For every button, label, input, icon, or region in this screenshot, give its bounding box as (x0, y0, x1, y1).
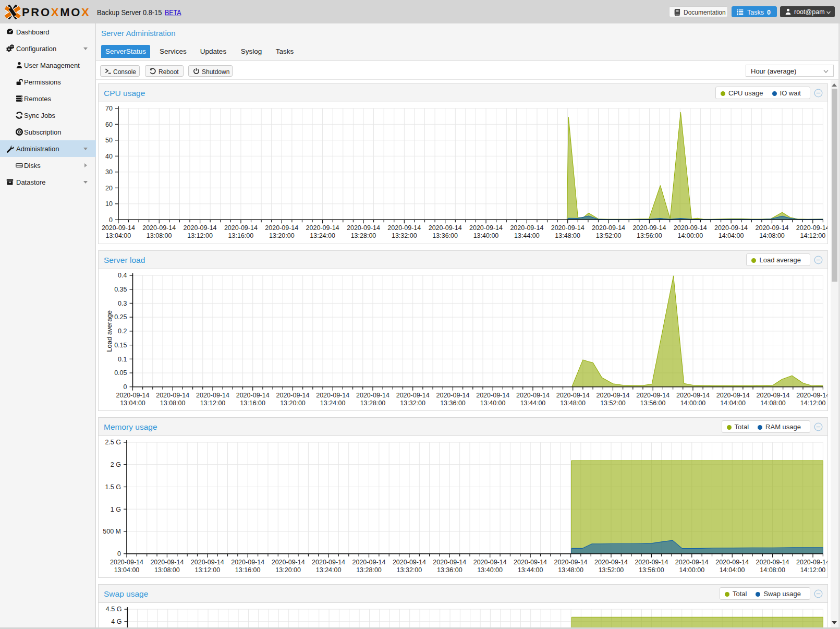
svg-text:4 G: 4 G (111, 618, 121, 625)
svg-text:13:08:00: 13:08:00 (154, 566, 180, 574)
svg-text:2020-09-14: 2020-09-14 (635, 559, 668, 566)
svg-text:Load average: Load average (106, 310, 114, 352)
svg-text:2020-09-14: 2020-09-14 (715, 559, 749, 566)
svg-text:2020-09-14: 2020-09-14 (396, 392, 430, 399)
svg-text:13:28:00: 13:28:00 (351, 232, 376, 239)
svg-text:13:24:00: 13:24:00 (310, 232, 335, 239)
svg-text:2020-09-14: 2020-09-14 (150, 559, 184, 566)
svg-text:14:04:00: 14:04:00 (720, 400, 746, 407)
svg-text:2020-09-14: 2020-09-14 (436, 392, 470, 399)
svg-text:2 G: 2 G (111, 461, 121, 468)
svg-text:2020-09-14: 2020-09-14 (191, 559, 224, 566)
svg-text:2020-09-14: 2020-09-14 (676, 392, 710, 399)
svg-text:50: 50 (105, 137, 113, 144)
svg-text:2020-09-14: 2020-09-14 (356, 392, 389, 399)
svg-text:14:12:00: 14:12:00 (800, 400, 826, 407)
svg-text:2020-09-14: 2020-09-14 (156, 392, 189, 399)
svg-text:0: 0 (117, 550, 121, 558)
svg-text:60: 60 (105, 121, 113, 128)
svg-text:13:24:00: 13:24:00 (316, 566, 342, 574)
svg-text:14:08:00: 14:08:00 (759, 232, 785, 239)
svg-text:13:20:00: 13:20:00 (275, 566, 301, 574)
svg-text:2020-09-14: 2020-09-14 (469, 224, 503, 232)
svg-text:13:28:00: 13:28:00 (360, 400, 386, 407)
svg-text:13:48:00: 13:48:00 (560, 400, 586, 407)
svg-text:0: 0 (124, 383, 127, 391)
svg-text:13:44:00: 13:44:00 (520, 400, 546, 407)
svg-text:70: 70 (105, 105, 113, 112)
svg-text:2020-09-14: 2020-09-14 (514, 559, 547, 566)
svg-text:2020-09-14: 2020-09-14 (142, 224, 176, 232)
svg-text:1 G: 1 G (111, 506, 121, 513)
svg-text:1.5 G: 1.5 G (105, 483, 121, 491)
svg-text:2020-09-14: 2020-09-14 (796, 559, 827, 566)
svg-text:0.25: 0.25 (114, 313, 127, 321)
svg-text:2020-09-14: 2020-09-14 (236, 392, 270, 399)
svg-text:2020-09-14: 2020-09-14 (796, 224, 827, 232)
svg-text:2020-09-14: 2020-09-14 (306, 224, 339, 232)
svg-text:14:08:00: 14:08:00 (760, 400, 786, 407)
svg-text:2020-09-14: 2020-09-14 (231, 559, 264, 566)
svg-text:13:52:00: 13:52:00 (599, 566, 624, 574)
svg-text:13:12:00: 13:12:00 (200, 400, 226, 407)
svg-text:2020-09-14: 2020-09-14 (347, 224, 380, 232)
svg-text:14:12:00: 14:12:00 (800, 566, 826, 574)
svg-text:2020-09-14: 2020-09-14 (632, 224, 666, 232)
svg-text:13:48:00: 13:48:00 (555, 232, 580, 239)
svg-text:13:56:00: 13:56:00 (639, 566, 664, 574)
svg-text:13:36:00: 13:36:00 (440, 400, 466, 407)
svg-text:2020-09-14: 2020-09-14 (516, 392, 550, 399)
svg-text:13:32:00: 13:32:00 (397, 566, 422, 574)
svg-text:500 M: 500 M (103, 528, 121, 535)
svg-text:13:56:00: 13:56:00 (640, 400, 666, 407)
svg-text:13:08:00: 13:08:00 (147, 232, 172, 239)
svg-text:0.15: 0.15 (114, 342, 127, 349)
svg-text:2020-09-14: 2020-09-14 (596, 392, 630, 399)
svg-text:13:20:00: 13:20:00 (269, 232, 295, 239)
svg-text:2020-09-14: 2020-09-14 (265, 224, 298, 232)
svg-text:13:12:00: 13:12:00 (194, 566, 220, 574)
svg-text:2020-09-14: 2020-09-14 (551, 224, 585, 232)
svg-text:13:56:00: 13:56:00 (637, 232, 662, 239)
svg-text:2020-09-14: 2020-09-14 (316, 392, 349, 399)
svg-text:2020-09-14: 2020-09-14 (272, 559, 305, 566)
svg-text:2020-09-14: 2020-09-14 (276, 392, 310, 399)
svg-text:2020-09-14: 2020-09-14 (387, 224, 421, 232)
svg-text:0.4: 0.4 (118, 272, 127, 279)
svg-text:2020-09-14: 2020-09-14 (510, 224, 543, 232)
svg-text:2020-09-14: 2020-09-14 (592, 224, 625, 232)
svg-text:0.3: 0.3 (118, 300, 127, 307)
svg-text:2020-09-14: 2020-09-14 (674, 224, 707, 232)
svg-text:14:00:00: 14:00:00 (680, 400, 706, 407)
svg-text:2020-09-14: 2020-09-14 (110, 559, 143, 566)
svg-text:2020-09-14: 2020-09-14 (224, 224, 258, 232)
svg-text:14:04:00: 14:04:00 (720, 566, 745, 574)
svg-text:0.1: 0.1 (118, 356, 127, 363)
svg-text:2020-09-14: 2020-09-14 (796, 392, 827, 399)
svg-text:13:52:00: 13:52:00 (600, 400, 626, 407)
svg-text:13:52:00: 13:52:00 (596, 232, 622, 239)
svg-text:2020-09-14: 2020-09-14 (675, 559, 709, 566)
svg-text:2020-09-14: 2020-09-14 (756, 224, 789, 232)
svg-text:2020-09-14: 2020-09-14 (757, 392, 790, 399)
svg-text:2.5 G: 2.5 G (105, 439, 121, 446)
svg-text:13:48:00: 13:48:00 (558, 566, 583, 574)
svg-text:13:04:00: 13:04:00 (120, 400, 145, 407)
svg-text:13:16:00: 13:16:00 (240, 400, 265, 407)
svg-text:2020-09-14: 2020-09-14 (756, 559, 789, 566)
svg-text:13:20:00: 13:20:00 (280, 400, 306, 407)
svg-text:10: 10 (105, 200, 113, 208)
svg-text:13:12:00: 13:12:00 (187, 232, 213, 239)
svg-text:2020-09-14: 2020-09-14 (433, 559, 466, 566)
svg-text:13:32:00: 13:32:00 (400, 400, 425, 407)
svg-text:14:00:00: 14:00:00 (679, 566, 704, 574)
svg-text:2020-09-14: 2020-09-14 (429, 224, 462, 232)
svg-text:13:04:00: 13:04:00 (114, 566, 140, 574)
svg-text:2020-09-14: 2020-09-14 (594, 559, 628, 566)
svg-text:2020-09-14: 2020-09-14 (116, 392, 150, 399)
svg-text:14:00:00: 14:00:00 (677, 232, 703, 239)
svg-text:2020-09-14: 2020-09-14 (636, 392, 669, 399)
svg-text:13:36:00: 13:36:00 (432, 232, 458, 239)
svg-text:2020-09-14: 2020-09-14 (312, 559, 345, 566)
svg-text:13:16:00: 13:16:00 (235, 566, 261, 574)
